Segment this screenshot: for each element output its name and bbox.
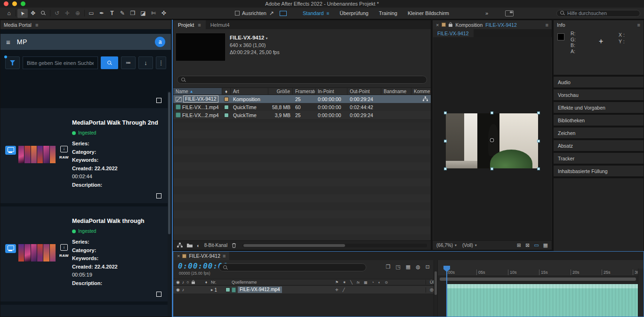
- dolly-camera-tool-icon[interactable]: ⊕: [72, 9, 83, 18]
- time-ruler[interactable]: :00s 05s 10s 15s 20s 25s 30s: [438, 269, 638, 276]
- panel-zeichen[interactable]: Zeichen: [553, 127, 644, 139]
- minimize-window-button[interactable]: [12, 1, 17, 6]
- video-eye-icon[interactable]: ◉: [176, 280, 180, 285]
- fullscreen-window-button[interactable]: [21, 1, 25, 6]
- help-search-input[interactable]: [567, 10, 636, 16]
- clone-stamp-tool-icon[interactable]: ❐: [128, 9, 138, 18]
- column-label-color[interactable]: ♦: [222, 88, 231, 95]
- filter-button[interactable]: [5, 56, 20, 69]
- tab-composition[interactable]: FILE-VX-9412: [433, 29, 474, 37]
- panel-inhaltsbasierte-fuellung[interactable]: Inhaltsbasierte Füllung: [553, 165, 644, 177]
- layer-row[interactable]: ◉ ♪ ▸1 FILE-VX-9412.mp4 ✛ ╱ ◎ Ohne ▾: [173, 286, 434, 293]
- region-of-interest-icon[interactable]: ▭: [534, 242, 539, 248]
- audio-icon[interactable]: ♪: [182, 280, 185, 285]
- expand-view-icon[interactable]: ↗: [266, 9, 277, 18]
- twirl-arrow-icon[interactable]: ▸: [211, 287, 213, 292]
- timeline-search[interactable]: [219, 263, 366, 271]
- panel-tracker[interactable]: Tracker: [553, 152, 644, 164]
- selection-handle[interactable]: [537, 140, 540, 143]
- composition-viewer[interactable]: [433, 37, 551, 240]
- workspace-overflow-button[interactable]: »: [485, 10, 488, 16]
- layer-name[interactable]: FILE-VX-9412.mp4: [238, 286, 282, 293]
- sort-filter-button[interactable]: ≔: [121, 56, 136, 69]
- column-groesse[interactable]: Größe: [268, 88, 293, 95]
- card-checkbox[interactable]: [156, 193, 161, 198]
- shy-icon[interactable]: ⚑: [335, 280, 338, 285]
- grid-guides-icon[interactable]: ⊞: [517, 242, 521, 248]
- source-name-column[interactable]: Quellenname: [232, 280, 333, 285]
- brush-tool-icon[interactable]: ✎: [117, 9, 128, 18]
- draft-3d-icon[interactable]: ◳: [395, 264, 400, 270]
- composition-header[interactable]: × Komposition FILE-VX-9412 ≡: [433, 20, 552, 29]
- table-row[interactable]: FILE-VX...2.mp4 QuickTime 3,9 MB 25 0:00…: [173, 111, 431, 119]
- collapse-switch-icon[interactable]: ✛: [335, 288, 338, 292]
- monitor-icon[interactable]: [5, 146, 16, 155]
- close-window-button[interactable]: [4, 1, 8, 6]
- item-name[interactable]: FILE-VX-9412: [230, 35, 265, 40]
- scrollbar-thumb[interactable]: [243, 244, 345, 247]
- hand-tool-icon[interactable]: ✥: [28, 9, 38, 18]
- layer-scrollbar[interactable]: [434, 260, 438, 317]
- column-out-point[interactable]: Out-Point: [347, 88, 381, 95]
- selection-handle[interactable]: [537, 167, 540, 170]
- media-card[interactable]: MediaPortal Walk through Ingested Series…: [0, 206, 168, 301]
- lock-icon[interactable]: [449, 22, 452, 28]
- hamburger-menu-icon[interactable]: ≡: [6, 38, 10, 46]
- pan-camera-tool-icon[interactable]: ✛: [62, 9, 72, 18]
- selection-handle[interactable]: [444, 111, 447, 114]
- selection-handle[interactable]: [491, 167, 493, 170]
- selection-tool-icon[interactable]: ➤: [17, 9, 28, 18]
- graph-editor-icon[interactable]: ⊡: [426, 264, 430, 270]
- column-comment[interactable]: Komme: [411, 88, 431, 95]
- workspace-manager-icon[interactable]: [505, 10, 514, 16]
- video-eye-icon[interactable]: ◉: [176, 287, 180, 292]
- snapshot-region-icon[interactable]: [280, 11, 287, 16]
- column-name[interactable]: Name▲: [173, 88, 222, 95]
- label-color-swatch[interactable]: [224, 105, 229, 110]
- layer-duration-bar[interactable]: [447, 284, 638, 317]
- search-button[interactable]: [101, 56, 118, 69]
- media-portal-header[interactable]: Media Portal ≡: [0, 20, 171, 29]
- layer-color-swatch[interactable]: [225, 287, 230, 292]
- quality-switch-icon[interactable]: ╱: [343, 288, 345, 292]
- video-frame[interactable]: [446, 113, 538, 168]
- composition-mini-flowchart-icon[interactable]: ❒: [386, 264, 390, 270]
- info-header[interactable]: Info ≡: [554, 20, 644, 29]
- threed-layer-icon[interactable]: ⊙: [385, 280, 388, 285]
- table-row[interactable]: FILE-VX-9412 Komposition 25 0:00:00:00 0…: [173, 95, 431, 103]
- thumbnail-strip[interactable]: [18, 146, 56, 163]
- playhead-line[interactable]: [446, 266, 447, 317]
- type-tool-icon[interactable]: T: [107, 9, 117, 18]
- selection-handle[interactable]: [491, 111, 493, 114]
- align-toggle[interactable]: Ausrichten: [235, 10, 266, 16]
- media-list-scrollbar[interactable]: [168, 91, 171, 317]
- new-folder-icon[interactable]: [187, 243, 193, 247]
- download-button[interactable]: ↓: [138, 56, 153, 69]
- zoom-tool-icon[interactable]: [38, 9, 48, 18]
- workspace-kleiner-bildschirm[interactable]: Kleiner Bildschirm: [408, 10, 449, 16]
- fx-icon[interactable]: fx: [357, 280, 360, 285]
- puppet-pin-tool-icon[interactable]: ✜: [159, 9, 169, 18]
- orbit-camera-tool-icon[interactable]: ↺: [52, 9, 62, 18]
- work-area-bar[interactable]: [438, 276, 638, 282]
- panel-menu-icon[interactable]: ≡: [198, 22, 201, 28]
- panel-audio[interactable]: Audio: [553, 76, 644, 88]
- close-panel-icon[interactable]: ×: [436, 22, 439, 28]
- workspace-ueberpruefung[interactable]: Überprüfung: [339, 10, 368, 16]
- panel-absatz[interactable]: Absatz: [553, 140, 644, 151]
- motion-blur-icon[interactable]: ◍: [416, 264, 420, 270]
- eraser-tool-icon[interactable]: ◪: [138, 9, 148, 18]
- media-search-input[interactable]: [23, 56, 98, 69]
- media-card[interactable]: MediaPortal Walk Through 2nd Ingested Se…: [0, 108, 168, 203]
- horizontal-scrollbar[interactable]: [242, 244, 427, 247]
- panel-menu-icon[interactable]: ≡: [546, 22, 548, 28]
- quality-icon[interactable]: ╲: [350, 280, 353, 285]
- panel-menu-icon[interactable]: ≡: [223, 253, 225, 259]
- select-all-checkbox[interactable]: [156, 98, 161, 103]
- anchor-point-icon[interactable]: [489, 136, 496, 145]
- adjustment-layer-icon[interactable]: ◐: [378, 280, 380, 285]
- close-tab-icon[interactable]: ×: [177, 253, 180, 259]
- media-card[interactable]: WinterPlanets orig Ingested: [0, 305, 168, 317]
- project-flowchart-icon[interactable]: [177, 243, 183, 248]
- thumbnail-strip[interactable]: [18, 244, 56, 262]
